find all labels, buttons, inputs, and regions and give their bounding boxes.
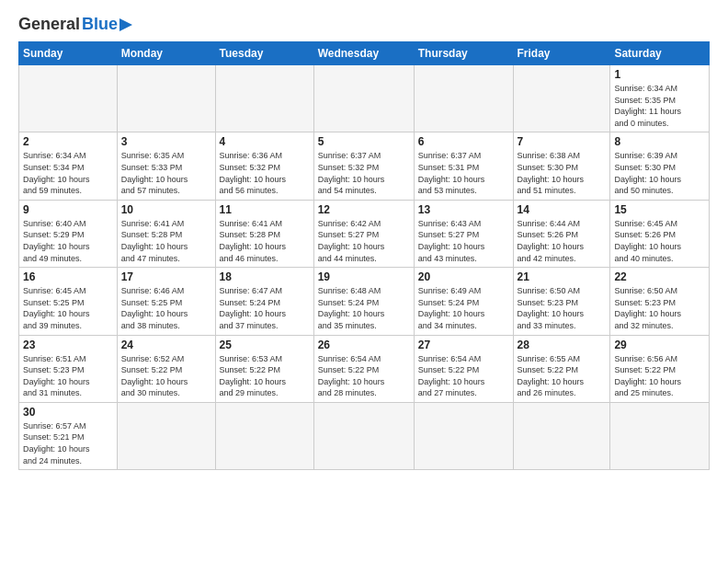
weekday-header: Sunday: [19, 42, 118, 65]
calendar-cell: 25Sunrise: 6:53 AM Sunset: 5:22 PM Dayli…: [215, 335, 313, 402]
day-number: 15: [614, 203, 705, 216]
calendar: SundayMondayTuesdayWednesdayThursdayFrid…: [18, 41, 710, 470]
calendar-cell: 21Sunrise: 6:50 AM Sunset: 5:23 PM Dayli…: [513, 268, 610, 335]
calendar-cell: 22Sunrise: 6:50 AM Sunset: 5:23 PM Dayli…: [610, 268, 710, 335]
day-info: Sunrise: 6:52 AM Sunset: 5:22 PM Dayligh…: [121, 353, 211, 399]
day-number: 25: [220, 339, 310, 351]
calendar-cell: [513, 402, 610, 469]
day-info: Sunrise: 6:45 AM Sunset: 5:25 PM Dayligh…: [23, 285, 113, 331]
calendar-cell: 7Sunrise: 6:38 AM Sunset: 5:30 PM Daylig…: [513, 132, 610, 200]
calendar-week-row: 30Sunrise: 6:57 AM Sunset: 5:21 PM Dayli…: [19, 402, 710, 469]
day-number: 10: [121, 203, 211, 216]
calendar-cell: 1Sunrise: 6:34 AM Sunset: 5:35 PM Daylig…: [610, 65, 710, 132]
day-info: Sunrise: 6:56 AM Sunset: 5:22 PM Dayligh…: [614, 353, 705, 399]
weekday-header: Tuesday: [215, 42, 313, 65]
calendar-cell: 16Sunrise: 6:45 AM Sunset: 5:25 PM Dayli…: [19, 268, 118, 335]
calendar-cell: [313, 65, 414, 132]
day-info: Sunrise: 6:49 AM Sunset: 5:24 PM Dayligh…: [418, 285, 509, 331]
calendar-cell: 5Sunrise: 6:37 AM Sunset: 5:32 PM Daylig…: [313, 132, 414, 200]
day-number: 21: [518, 270, 607, 283]
weekday-header-row: SundayMondayTuesdayWednesdayThursdayFrid…: [19, 42, 710, 65]
calendar-week-row: 16Sunrise: 6:45 AM Sunset: 5:25 PM Dayli…: [19, 268, 710, 335]
weekday-header: Thursday: [414, 42, 513, 65]
calendar-cell: 9Sunrise: 6:40 AM Sunset: 5:29 PM Daylig…: [19, 200, 118, 267]
calendar-cell: 24Sunrise: 6:52 AM Sunset: 5:22 PM Dayli…: [117, 335, 215, 402]
calendar-cell: 15Sunrise: 6:45 AM Sunset: 5:26 PM Dayli…: [610, 200, 710, 267]
day-info: Sunrise: 6:54 AM Sunset: 5:22 PM Dayligh…: [418, 353, 509, 399]
day-number: 8: [614, 135, 705, 148]
calendar-cell: 13Sunrise: 6:43 AM Sunset: 5:27 PM Dayli…: [414, 200, 513, 267]
calendar-cell: 4Sunrise: 6:36 AM Sunset: 5:32 PM Daylig…: [215, 132, 313, 200]
calendar-week-row: 2Sunrise: 6:34 AM Sunset: 5:34 PM Daylig…: [19, 132, 710, 200]
day-info: Sunrise: 6:38 AM Sunset: 5:30 PM Dayligh…: [518, 150, 607, 196]
day-number: 14: [518, 203, 607, 216]
day-info: Sunrise: 6:43 AM Sunset: 5:27 PM Dayligh…: [418, 218, 509, 264]
day-info: Sunrise: 6:48 AM Sunset: 5:24 PM Dayligh…: [318, 285, 410, 331]
calendar-cell: [610, 402, 710, 469]
calendar-cell: [215, 402, 313, 469]
day-info: Sunrise: 6:53 AM Sunset: 5:22 PM Dayligh…: [220, 353, 310, 399]
day-number: 29: [614, 339, 705, 351]
calendar-week-row: 9Sunrise: 6:40 AM Sunset: 5:29 PM Daylig…: [19, 200, 710, 267]
day-info: Sunrise: 6:54 AM Sunset: 5:22 PM Dayligh…: [318, 353, 410, 399]
day-number: 28: [518, 339, 607, 351]
calendar-cell: 26Sunrise: 6:54 AM Sunset: 5:22 PM Dayli…: [313, 335, 414, 402]
weekday-header: Monday: [117, 42, 215, 65]
day-number: 17: [121, 270, 211, 283]
page: GeneralBlue SundayMondayTuesdayWednesday…: [0, 0, 728, 563]
day-info: Sunrise: 6:51 AM Sunset: 5:23 PM Dayligh…: [23, 353, 113, 399]
calendar-cell: 27Sunrise: 6:54 AM Sunset: 5:22 PM Dayli…: [414, 335, 513, 402]
day-number: 9: [23, 203, 113, 216]
calendar-cell: 29Sunrise: 6:56 AM Sunset: 5:22 PM Dayli…: [610, 335, 710, 402]
day-number: 24: [121, 339, 211, 351]
day-info: Sunrise: 6:40 AM Sunset: 5:29 PM Dayligh…: [23, 218, 113, 264]
calendar-cell: [513, 65, 610, 132]
calendar-cell: 14Sunrise: 6:44 AM Sunset: 5:26 PM Dayli…: [513, 200, 610, 267]
day-info: Sunrise: 6:41 AM Sunset: 5:28 PM Dayligh…: [121, 218, 211, 264]
day-info: Sunrise: 6:47 AM Sunset: 5:24 PM Dayligh…: [220, 285, 310, 331]
weekday-header: Friday: [513, 42, 610, 65]
day-number: 27: [418, 339, 509, 351]
day-info: Sunrise: 6:44 AM Sunset: 5:26 PM Dayligh…: [518, 218, 607, 264]
calendar-cell: 11Sunrise: 6:41 AM Sunset: 5:28 PM Dayli…: [215, 200, 313, 267]
calendar-cell: [414, 402, 513, 469]
day-number: 6: [418, 135, 509, 148]
calendar-cell: 18Sunrise: 6:47 AM Sunset: 5:24 PM Dayli…: [215, 268, 313, 335]
calendar-cell: [215, 65, 313, 132]
day-number: 18: [220, 270, 310, 283]
day-info: Sunrise: 6:42 AM Sunset: 5:27 PM Dayligh…: [318, 218, 410, 264]
calendar-cell: 23Sunrise: 6:51 AM Sunset: 5:23 PM Dayli…: [19, 335, 118, 402]
header: GeneralBlue: [18, 15, 710, 34]
calendar-cell: 20Sunrise: 6:49 AM Sunset: 5:24 PM Dayli…: [414, 268, 513, 335]
logo-wordmark: GeneralBlue: [18, 15, 132, 34]
calendar-week-row: 1Sunrise: 6:34 AM Sunset: 5:35 PM Daylig…: [19, 65, 710, 132]
calendar-cell: 6Sunrise: 6:37 AM Sunset: 5:31 PM Daylig…: [414, 132, 513, 200]
day-number: 22: [614, 270, 705, 283]
calendar-cell: 8Sunrise: 6:39 AM Sunset: 5:30 PM Daylig…: [610, 132, 710, 200]
day-info: Sunrise: 6:37 AM Sunset: 5:32 PM Dayligh…: [318, 150, 410, 196]
calendar-cell: 17Sunrise: 6:46 AM Sunset: 5:25 PM Dayli…: [117, 268, 215, 335]
day-info: Sunrise: 6:34 AM Sunset: 5:35 PM Dayligh…: [614, 83, 705, 129]
day-number: 5: [318, 135, 410, 148]
day-info: Sunrise: 6:50 AM Sunset: 5:23 PM Dayligh…: [614, 285, 705, 331]
calendar-cell: 30Sunrise: 6:57 AM Sunset: 5:21 PM Dayli…: [19, 402, 118, 469]
day-number: 23: [23, 339, 113, 351]
day-info: Sunrise: 6:55 AM Sunset: 5:22 PM Dayligh…: [518, 353, 607, 399]
calendar-cell: 2Sunrise: 6:34 AM Sunset: 5:34 PM Daylig…: [19, 132, 118, 200]
calendar-cell: 10Sunrise: 6:41 AM Sunset: 5:28 PM Dayli…: [117, 200, 215, 267]
day-number: 20: [418, 270, 509, 283]
logo: GeneralBlue: [18, 15, 132, 34]
calendar-cell: 28Sunrise: 6:55 AM Sunset: 5:22 PM Dayli…: [513, 335, 610, 402]
day-info: Sunrise: 6:34 AM Sunset: 5:34 PM Dayligh…: [23, 150, 113, 196]
day-number: 1: [614, 68, 705, 81]
calendar-cell: 12Sunrise: 6:42 AM Sunset: 5:27 PM Dayli…: [313, 200, 414, 267]
day-info: Sunrise: 6:39 AM Sunset: 5:30 PM Dayligh…: [614, 150, 705, 196]
day-number: 26: [318, 339, 410, 351]
day-number: 16: [23, 270, 113, 283]
day-number: 2: [23, 135, 113, 148]
day-number: 19: [318, 270, 410, 283]
day-info: Sunrise: 6:45 AM Sunset: 5:26 PM Dayligh…: [614, 218, 705, 264]
calendar-cell: [117, 65, 215, 132]
day-info: Sunrise: 6:37 AM Sunset: 5:31 PM Dayligh…: [418, 150, 509, 196]
day-number: 30: [23, 406, 113, 419]
